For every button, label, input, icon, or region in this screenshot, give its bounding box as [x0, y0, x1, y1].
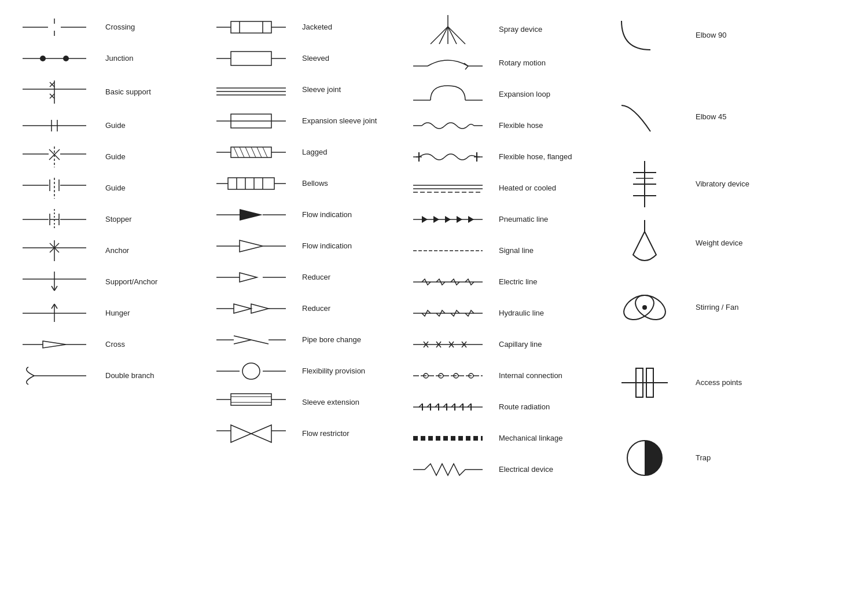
page: Crossing Junction: [0, 0, 868, 612]
svg-point-181: [642, 305, 647, 310]
sym-spray-device: [402, 15, 494, 44]
lbl-flexibility-provision: Flexibility provision: [297, 367, 397, 376]
sym-lagged: [205, 144, 297, 161]
sym-vibratory-device: [598, 161, 691, 207]
svg-line-66: [240, 147, 244, 157]
row-flow-indication1: Flow indication: [203, 199, 399, 230]
lbl-vibratory-device: Vibratory device: [691, 179, 790, 189]
svg-line-69: [257, 147, 262, 157]
svg-line-108: [439, 27, 448, 44]
row-weight-device: Weight device: [596, 217, 793, 270]
svg-marker-133: [433, 216, 439, 223]
lbl-cross: Cross: [101, 340, 200, 350]
row-route-radiation: Route radiation: [399, 391, 596, 423]
sym-stirring-fan: [598, 287, 691, 328]
sym-bellows: [205, 175, 297, 192]
lbl-flow-restrictor: Flow restrictor: [297, 429, 397, 439]
row-flow-restrictor: Flow restrictor: [203, 418, 399, 449]
lbl-flexible-hose-flanged: Flexible hose, flanged: [494, 152, 594, 162]
row-guide1: Guide: [6, 110, 203, 141]
row-vibratory-device: Vibratory device: [596, 157, 793, 211]
row-elbow90: Elbow 90: [596, 12, 793, 59]
sym-crossing: [8, 19, 101, 36]
row-capillary-line: Capillary line: [399, 329, 596, 360]
col-1: Crossing Junction: [6, 12, 203, 485]
lbl-sleeve-joint: Sleeve joint: [297, 85, 397, 95]
svg-line-70: [263, 147, 267, 157]
lbl-hunger: Hunger: [101, 309, 200, 318]
lbl-elbow90: Elbow 90: [691, 31, 790, 41]
row-expansion-sleeve-joint: Expansion sleeve joint: [203, 105, 399, 137]
lbl-spray-device: Spray device: [494, 25, 594, 35]
sym-rotary-motion: [402, 54, 494, 72]
row-heated-cooled: Heated or cooled: [399, 173, 596, 204]
sym-elbow45: [598, 100, 691, 134]
sym-pipe-bore-change: [205, 331, 297, 349]
row-cross: Cross: [6, 329, 203, 360]
lbl-electrical-device: Electrical device: [494, 465, 594, 475]
sym-cross: [8, 336, 101, 353]
svg-rect-49: [231, 21, 271, 33]
sym-heated-cooled: [402, 179, 494, 197]
symbol-grid: Crossing Junction: [6, 12, 862, 485]
lbl-weight-device: Weight device: [691, 239, 790, 248]
row-reducer2: Reducer: [203, 293, 399, 324]
row-sleeve-extension: Sleeve extension: [203, 387, 399, 418]
sym-internal-connection: [402, 370, 494, 382]
lbl-flow-indication1: Flow indication: [297, 210, 397, 220]
row-hunger: Hunger: [6, 298, 203, 329]
row-spray-device: Spray device: [399, 12, 596, 47]
col-4: Elbow 90 Elbow 45: [596, 12, 793, 485]
lbl-sleeved: Sleeved: [297, 54, 397, 64]
lbl-lagged: Lagged: [297, 148, 397, 157]
sym-sleeve-extension: [205, 391, 297, 414]
sym-electric-line: [402, 276, 494, 288]
row-stirring-fan: Stirring / Fan: [596, 281, 793, 334]
row-guide3: Guide: [6, 173, 203, 204]
sym-reducer1: [205, 269, 297, 286]
row-access-points: Access points: [596, 357, 793, 409]
row-flexible-hose: Flexible hose: [399, 110, 596, 141]
sym-guide2: [8, 145, 101, 168]
svg-line-68: [251, 147, 256, 157]
sym-signal-line: [402, 245, 494, 256]
sym-electrical-device: [402, 461, 494, 478]
sym-pneumatic-line: [402, 214, 494, 225]
svg-rect-101: [231, 394, 271, 405]
row-crossing: Crossing: [6, 12, 203, 43]
lbl-flow-indication2: Flow indication: [297, 241, 397, 251]
sym-hunger: [8, 302, 101, 325]
lbl-access-points: Access points: [691, 378, 790, 388]
lbl-pneumatic-line: Pneumatic line: [494, 215, 594, 225]
row-bellows: Bellows: [203, 168, 399, 199]
svg-rect-2: [48, 24, 61, 31]
sym-sleeved: [205, 47, 297, 70]
svg-line-95: [234, 340, 251, 344]
row-guide2: Guide: [6, 141, 203, 173]
sym-hydraulic-line: [402, 307, 494, 319]
row-flexible-hose-flanged: Flexible hose, flanged: [399, 141, 596, 173]
svg-line-65: [234, 147, 238, 157]
sym-sleeve-joint: [205, 81, 297, 98]
svg-point-98: [242, 363, 260, 379]
row-basic-support: Basic support: [6, 74, 203, 110]
row-jacketed: Jacketed: [203, 12, 399, 43]
row-flexibility-provision: Flexibility provision: [203, 356, 399, 387]
row-internal-connection: Internal connection: [399, 360, 596, 391]
row-sleeve-joint: Sleeve joint: [203, 74, 399, 105]
svg-point-5: [63, 56, 69, 61]
lbl-junction: Junction: [101, 54, 200, 64]
sym-access-points: [598, 362, 691, 403]
row-elbow45: Elbow 45: [596, 94, 793, 140]
row-signal-line: Signal line: [399, 235, 596, 266]
svg-marker-135: [457, 216, 462, 223]
sym-junction: [8, 50, 101, 67]
lbl-stopper: Stopper: [101, 215, 200, 225]
svg-line-110: [448, 27, 457, 44]
row-support-anchor: Support/Anchor: [6, 266, 203, 298]
svg-marker-136: [468, 216, 474, 223]
lbl-mechanical-linkage: Mechanical linkage: [494, 434, 594, 444]
svg-line-115: [465, 66, 468, 69]
svg-marker-134: [445, 216, 451, 223]
lbl-expansion-sleeve-joint: Expansion sleeve joint: [297, 116, 397, 126]
